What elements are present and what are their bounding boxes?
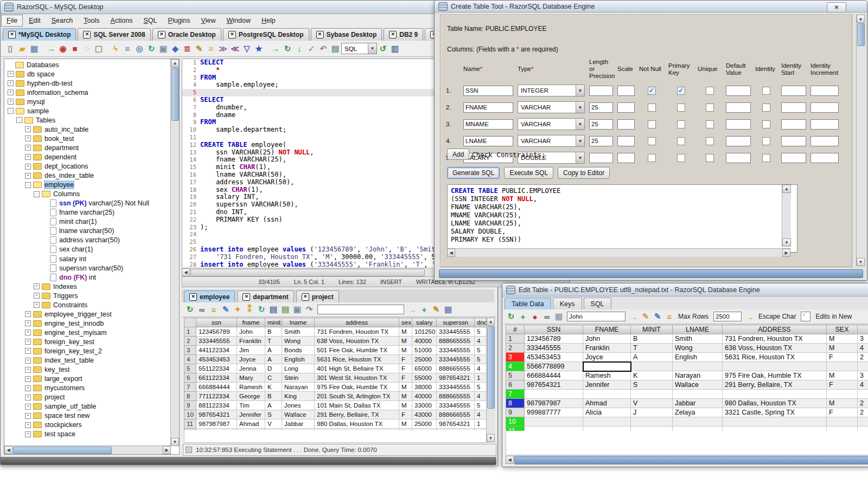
cell[interactable]: 2 [858, 399, 868, 408]
tree-item[interactable]: +des_index_table [4, 171, 170, 180]
primary-key-checkbox[interactable] [677, 154, 685, 162]
edit-cell-icon[interactable]: ✎ [653, 312, 663, 322]
tree-item[interactable]: +mycustomers [4, 384, 170, 393]
cell[interactable]: 666884444 [196, 383, 237, 392]
expand-icon[interactable]: + [25, 404, 31, 410]
row-number[interactable]: 2 [506, 344, 525, 353]
cell[interactable] [723, 362, 827, 371]
row-number[interactable]: 3 [506, 353, 525, 362]
tree-item[interactable]: address varchar(50) [4, 236, 170, 245]
cell[interactable]: Franklin [237, 337, 265, 346]
identity-start-input[interactable] [781, 86, 806, 96]
scroll-down-icon[interactable]: ▼ [171, 438, 179, 446]
expand-icon[interactable]: + [25, 395, 31, 401]
cell[interactable]: Tim [237, 401, 265, 410]
expand-icon[interactable]: + [25, 339, 31, 345]
go-icon[interactable]: → [745, 312, 755, 322]
tree-item[interactable]: +Indexes [4, 282, 170, 291]
table-row[interactable]: 11987987987AhmadVJabbar980 Dallas, Houst… [184, 419, 487, 429]
close-tab-icon[interactable]: ✕ [83, 31, 91, 38]
cell[interactable]: Wong [282, 337, 315, 346]
expand-icon[interactable]: + [25, 413, 31, 419]
expand-icon[interactable]: + [25, 135, 31, 141]
cell[interactable] [723, 417, 827, 427]
default-value-input[interactable] [726, 153, 751, 163]
tree-item-label[interactable]: dno (FK) int [59, 274, 96, 281]
go-down-icon[interactable]: ↓ [295, 43, 305, 54]
cell[interactable]: 291 Berry, Bellaire, TX [315, 410, 399, 419]
expand-icon[interactable]: + [25, 126, 31, 132]
row-number[interactable]: 9 [506, 408, 525, 417]
expand-icon[interactable]: + [8, 71, 14, 77]
cell[interactable]: 291 Berry, Bellaire, TX [723, 380, 827, 390]
describe-table-icon[interactable]: ≡ [123, 43, 133, 54]
cell[interactable]: 5566778899 [525, 362, 583, 371]
chevron-down-icon[interactable]: ▼ [576, 102, 584, 113]
cell[interactable]: 4 [475, 337, 487, 346]
execute-sql-button[interactable]: Execute SQL [504, 167, 553, 179]
cell[interactable]: 333445555 [525, 344, 583, 353]
cell[interactable]: 888666555 [437, 410, 475, 419]
cell[interactable]: 888665555 [437, 337, 475, 346]
collapse-icon[interactable]: - [34, 191, 40, 197]
filter-icon[interactable]: ≡ [665, 312, 675, 322]
tree-item-label[interactable]: sample [27, 107, 49, 115]
tree-item[interactable]: dno (FK) int [4, 273, 170, 282]
scale-input[interactable] [617, 102, 635, 113]
cell[interactable] [673, 417, 723, 427]
cell[interactable]: B [631, 334, 673, 344]
cell[interactable] [858, 417, 868, 427]
tree-item-label[interactable]: foreign_key_test [44, 338, 94, 346]
identity-checkbox[interactable] [762, 104, 770, 112]
column-header-minit[interactable]: minit [265, 318, 282, 327]
row-number[interactable]: 9 [184, 401, 196, 410]
copy-results-icon[interactable]: ▣ [292, 305, 303, 315]
cell[interactable]: Narayan [282, 383, 315, 392]
cell[interactable]: 65000 [412, 364, 437, 373]
scroll-up-icon[interactable]: ▲ [857, 15, 865, 23]
tree-item[interactable]: +test space [4, 430, 170, 439]
cell[interactable]: M [399, 392, 412, 401]
primary-key-checkbox[interactable] [677, 137, 685, 145]
tab-keys[interactable]: Keys [553, 298, 582, 309]
cell[interactable]: 3 [858, 334, 868, 344]
not-null-checkbox[interactable] [648, 120, 656, 128]
tree-item-label[interactable]: index_test_table [44, 357, 94, 364]
table-row[interactable]: 10987654321JenniferSWallace291 Berry, Be… [184, 410, 487, 419]
connection-properties-icon[interactable]: ◌ [82, 43, 92, 54]
cell[interactable]: 980 Dallas, Houston TX [723, 399, 827, 408]
identity-increment-input[interactable] [810, 86, 839, 96]
tree-item[interactable]: +db space [4, 69, 170, 79]
table-row[interactable]: 5551122334JennaDLong401 High St, Bellair… [184, 364, 487, 373]
expand-icon[interactable]: + [25, 376, 31, 382]
cell[interactable]: Narayan [673, 371, 723, 380]
cell[interactable]: Ahmad [583, 399, 631, 408]
connection-tab-postgresql-desktop[interactable]: ✕PostgreSQL Desktop [223, 28, 309, 41]
identity-checkbox[interactable] [762, 87, 770, 95]
cell[interactable]: V [265, 419, 282, 429]
cell[interactable] [827, 417, 858, 427]
tree-item-label[interactable]: stockpickers [44, 421, 82, 429]
expand-icon[interactable]: + [25, 431, 31, 437]
tree-item-label[interactable]: Triggers [53, 292, 78, 300]
tree-item-label[interactable]: department [44, 144, 79, 152]
expand-icon[interactable]: + [25, 311, 31, 317]
cell[interactable]: Jabbar [673, 399, 723, 408]
scale-input[interactable] [617, 119, 635, 130]
cell[interactable]: S [265, 410, 282, 419]
tree-item[interactable]: +key_test [4, 365, 170, 374]
column-type-dropdown[interactable]: VARCHAR▼ [518, 101, 585, 113]
tree-item-label[interactable]: engine_test_innodb [44, 320, 104, 327]
length-input[interactable]: 25 [589, 136, 613, 146]
tree-vertical-scrollbar[interactable]: ▲ ▼ [170, 59, 179, 446]
tree-item-label[interactable]: auto_inc_table [44, 126, 88, 133]
cell[interactable]: 55000 [412, 373, 437, 383]
cell[interactable]: 987654321 [196, 410, 237, 419]
cell[interactable]: B [265, 392, 282, 401]
cell[interactable]: 201 South St, Arlington TX [315, 392, 399, 401]
tree-item[interactable]: minit char(1) [4, 217, 170, 227]
generate-sql-button[interactable]: Generate SQL [447, 167, 500, 179]
generated-sql-box[interactable]: CREATE TABLE PUBLIC.EMPLOYEE(SSN INTEGER… [447, 184, 797, 253]
row-number[interactable]: 8 [506, 399, 525, 408]
tree-item-label[interactable]: Columns [53, 190, 80, 198]
